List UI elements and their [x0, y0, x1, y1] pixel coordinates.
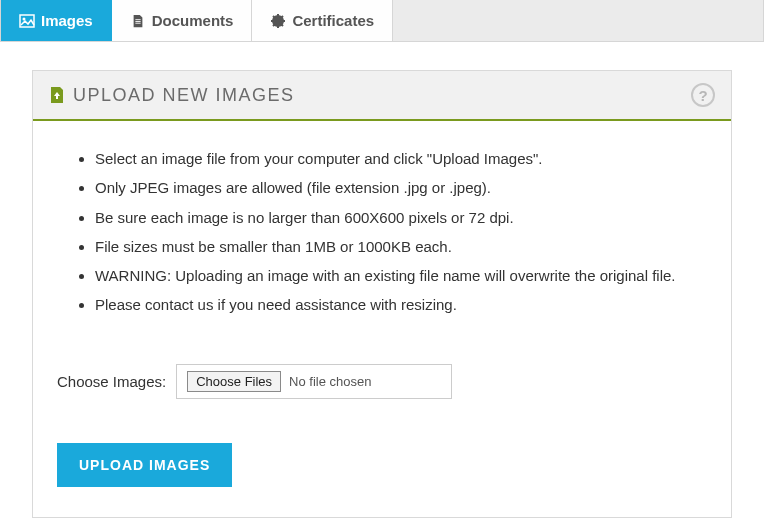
panel-title: UPLOAD NEW IMAGES	[73, 85, 295, 106]
panel-title-wrap: UPLOAD NEW IMAGES	[49, 85, 295, 106]
svg-rect-2	[135, 19, 140, 20]
image-icon	[19, 13, 35, 29]
svg-rect-4	[135, 22, 140, 23]
choose-images-label: Choose Images:	[57, 373, 166, 390]
tab-label: Images	[41, 12, 93, 29]
choose-files-button[interactable]: Choose Files	[187, 371, 281, 392]
svg-line-12	[273, 24, 275, 26]
instruction-item: Please contact us if you need assistance…	[95, 295, 707, 315]
instruction-item: WARNING: Uploading an image with an exis…	[95, 266, 707, 286]
upload-images-button[interactable]: UPLOAD IMAGES	[57, 443, 232, 487]
tab-images[interactable]: Images	[1, 0, 112, 41]
panel-header: UPLOAD NEW IMAGES ?	[33, 71, 731, 121]
certificate-icon	[270, 13, 286, 29]
tab-certificates[interactable]: Certificates	[252, 0, 393, 41]
file-input[interactable]: Choose Files No file chosen	[176, 364, 452, 399]
tab-label: Documents	[152, 12, 234, 29]
svg-line-10	[273, 16, 275, 18]
instruction-item: Be sure each image is no larger than 600…	[95, 208, 707, 228]
svg-line-11	[282, 24, 284, 26]
upload-file-icon	[49, 86, 65, 104]
file-row: Choose Images: Choose Files No file chos…	[57, 364, 707, 399]
instruction-item: File sizes must be smaller than 1MB or 1…	[95, 237, 707, 257]
upload-panel: UPLOAD NEW IMAGES ? Select an image file…	[32, 70, 732, 518]
instruction-list: Select an image file from your computer …	[57, 149, 707, 316]
instruction-item: Only JPEG images are allowed (file exten…	[95, 178, 707, 198]
svg-rect-3	[135, 21, 140, 22]
instruction-item: Select an image file from your computer …	[95, 149, 707, 169]
file-status-text: No file chosen	[289, 374, 371, 389]
tab-label: Certificates	[292, 12, 374, 29]
tab-documents[interactable]: Documents	[112, 0, 253, 41]
help-icon[interactable]: ?	[691, 83, 715, 107]
document-icon	[130, 13, 146, 29]
panel-body: Select an image file from your computer …	[33, 121, 731, 517]
tab-bar: Images Documents Certificates	[0, 0, 764, 42]
svg-line-13	[282, 16, 284, 18]
